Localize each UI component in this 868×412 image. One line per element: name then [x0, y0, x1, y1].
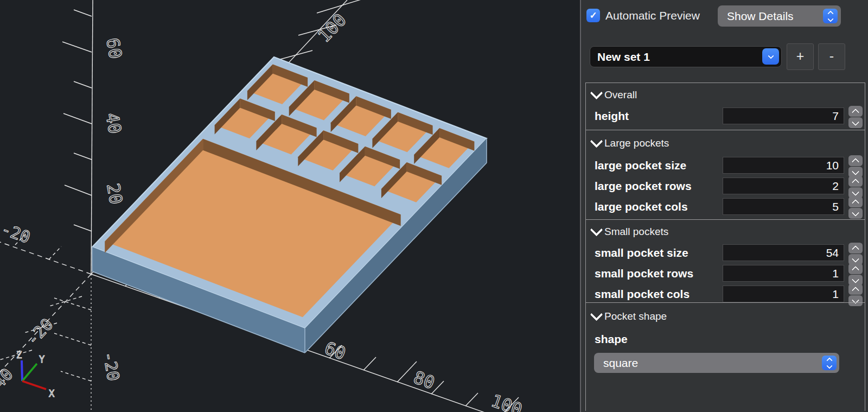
chevron-down-icon: [852, 208, 859, 216]
large-pocket-rows-stepper: [848, 176, 863, 198]
param-label: height: [595, 110, 629, 123]
stepper-up-button[interactable]: [848, 263, 863, 274]
stepper-down-button[interactable]: [848, 208, 863, 219]
updown-chevrons-icon: [823, 9, 838, 23]
param-value: 10: [826, 159, 839, 172]
small-pocket-rows-stepper: [848, 263, 863, 286]
triad-y-label: Y: [39, 354, 44, 365]
automatic-preview-label: Automatic Preview: [605, 9, 700, 22]
section-header-pocket-shape[interactable]: Pocket shape: [586, 303, 865, 330]
large-pocket-rows-input[interactable]: 2: [723, 178, 844, 194]
chevron-up-icon: [852, 108, 859, 116]
section-title: Overall: [604, 89, 637, 101]
small-pocket-cols-input[interactable]: 1: [723, 286, 844, 302]
section-header-small-pockets[interactable]: Small pockets: [586, 220, 865, 244]
chevron-down-icon: [590, 86, 603, 99]
z-axis-label: 20: [103, 182, 126, 206]
section-small-pockets: Small pockets small pocket size 54 small…: [585, 219, 865, 303]
remove-preset-button[interactable]: -: [818, 43, 845, 70]
triad-z-label: Z: [16, 350, 22, 360]
param-value: 5: [832, 200, 839, 213]
param-value: 54: [826, 246, 839, 259]
stepper-up-button[interactable]: [848, 243, 863, 253]
chevron-down-icon: [852, 255, 859, 262]
stepper-up-button[interactable]: [848, 155, 863, 166]
parameter-sections: Overall height 7 Large pocket: [585, 83, 865, 411]
section-title: Pocket shape: [604, 310, 667, 322]
section-header-large-pockets[interactable]: Large pockets: [586, 130, 865, 156]
param-label: small pocket cols: [595, 288, 690, 301]
preset-combobox[interactable]: New set 1: [590, 46, 782, 67]
preset-value: New set 1: [597, 50, 650, 64]
chevron-up-icon: [852, 265, 859, 273]
section-header-overall[interactable]: Overall: [586, 83, 865, 107]
chevron-up-icon: [852, 199, 859, 206]
param-label: large pocket cols: [595, 200, 688, 213]
triad-x-label: X: [49, 388, 55, 399]
param-value: 7: [832, 110, 839, 123]
chevron-down-icon: [852, 118, 859, 125]
large-pocket-cols-stepper: [848, 197, 863, 219]
stepper-up-button[interactable]: [848, 284, 863, 295]
param-row-small-pocket-size: small pocket size 54: [586, 244, 865, 264]
param-value: 1: [832, 288, 839, 301]
height-stepper: [848, 106, 863, 128]
shape-select[interactable]: square: [594, 353, 839, 373]
add-preset-button[interactable]: +: [787, 43, 814, 70]
automatic-preview-checkbox[interactable]: ✓: [586, 9, 600, 22]
section-overall: Overall height 7: [585, 83, 865, 130]
param-label: large pocket rows: [595, 180, 692, 193]
chevron-down-icon: [852, 275, 859, 283]
large-pocket-cols-input[interactable]: 5: [723, 198, 844, 215]
customizer-panel: ✓ Automatic Preview Show Details New set…: [580, 0, 868, 412]
chevron-up-icon: [852, 178, 859, 186]
stepper-down-button[interactable]: [848, 117, 863, 128]
chevron-up-icon: [852, 157, 859, 165]
chevron-down-icon: [762, 48, 779, 65]
height-input[interactable]: 7: [723, 107, 844, 124]
section-pocket-shape: Pocket shape shape square: [585, 302, 865, 411]
param-label: shape: [595, 333, 628, 346]
checkmark-icon: ✓: [589, 10, 597, 21]
param-row-large-pocket-size: large pocket size 10: [586, 156, 865, 176]
3d-viewport[interactable]: 60 40 20 60 80 100 100 -20 -20 -40 -20 Z…: [0, 0, 580, 412]
stepper-up-button[interactable]: [848, 176, 863, 187]
chevron-down-icon: [590, 135, 603, 148]
small-pocket-size-input[interactable]: 54: [723, 244, 844, 261]
param-label: small pocket rows: [595, 267, 693, 280]
updown-chevrons-icon: [822, 356, 837, 370]
z-axis-label: 40: [101, 111, 125, 136]
param-row-large-pocket-cols: large pocket cols 5: [586, 198, 865, 218]
show-details-label: Show Details: [727, 10, 794, 23]
chevron-up-icon: [852, 286, 859, 294]
chevron-down-icon: [590, 308, 603, 321]
param-row-large-pocket-rows: large pocket rows 2: [586, 177, 865, 197]
stepper-up-button[interactable]: [848, 106, 863, 117]
section-large-pockets: Large pockets large pocket size 10 large…: [585, 130, 865, 220]
chevron-down-icon: [852, 188, 859, 195]
param-value: 2: [832, 180, 839, 193]
param-row-shape: shape: [586, 330, 865, 350]
stepper-up-button[interactable]: [848, 197, 863, 207]
section-title: Small pockets: [604, 226, 668, 238]
shape-select-value: square: [603, 357, 638, 370]
param-row-small-pocket-rows: small pocket rows 1: [586, 264, 865, 284]
z-axis-label: 60: [102, 36, 126, 61]
small-pocket-size-stepper: [848, 243, 863, 265]
param-row-height: height 7: [586, 107, 865, 127]
chevron-down-icon: [590, 223, 603, 236]
section-title: Large pockets: [604, 137, 669, 149]
large-pocket-size-input[interactable]: 10: [723, 157, 844, 174]
param-label: large pocket size: [595, 159, 686, 172]
show-details-popup[interactable]: Show Details: [718, 5, 841, 27]
chevron-down-icon: [852, 167, 859, 175]
small-pocket-rows-input[interactable]: 1: [723, 265, 844, 282]
chevron-up-icon: [852, 245, 859, 252]
large-pocket-size-stepper: [848, 155, 863, 178]
param-label: small pocket size: [595, 246, 688, 259]
app-window: 60 40 20 60 80 100 100 -20 -20 -40 -20 Z…: [0, 0, 868, 412]
param-value: 1: [832, 267, 839, 280]
